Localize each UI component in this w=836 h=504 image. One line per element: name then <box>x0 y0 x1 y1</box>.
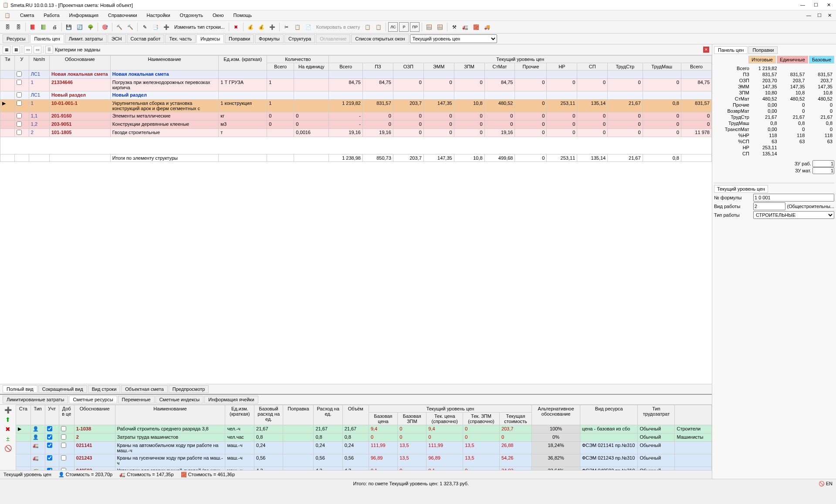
bh-tc[interactable]: Тек. цена (справочно) <box>426 413 463 425</box>
vb-formuly[interactable]: Формулы <box>255 34 284 43</box>
tb-brick-icon[interactable]: 🧱 <box>471 22 481 32</box>
tb-truck1-icon[interactable]: 🚛 <box>460 22 470 32</box>
bh-dob[interactable]: Доб в це <box>59 405 74 425</box>
crit-btn4[interactable]: ▭ <box>34 46 41 54</box>
tb-add-icon[interactable]: ➕ <box>162 22 171 32</box>
vt-full[interactable]: Полный вид <box>3 385 37 393</box>
resource-row[interactable]: ▶👤1-1038Рабочий строитель среднего разря… <box>16 425 712 433</box>
th-ti[interactable]: Ти <box>0 56 15 71</box>
tb-hammer1-icon[interactable]: 🔨 <box>115 22 124 32</box>
tb-target-icon[interactable]: 🎯 <box>100 22 110 32</box>
rp-tek-tab[interactable]: Текущий уровень цен <box>714 185 768 193</box>
th-qty-vsego[interactable]: Всего <box>267 63 294 71</box>
vb-tech[interactable]: Тех. часть <box>165 34 196 43</box>
close-button[interactable]: ✕ <box>824 1 833 9</box>
th-qty[interactable]: Количество <box>267 56 329 63</box>
th-p-pz[interactable]: ПЗ <box>362 63 393 71</box>
tb-copy-to[interactable]: Копировать в смету <box>315 24 362 30</box>
main-grid[interactable]: Ти У №п/п Обоснование Наименование Ед.из… <box>0 55 712 384</box>
crit-btn1[interactable]: ▦ <box>3 46 10 54</box>
menu-okno[interactable]: Окно <box>211 11 226 20</box>
th-p-stmat[interactable]: СтМат <box>484 63 515 71</box>
tb-truck2-icon[interactable]: 🚚 <box>482 22 492 32</box>
th-p-proch[interactable]: Прочие <box>515 63 547 71</box>
bb-add-icon[interactable]: ➕ <box>3 406 12 414</box>
criteria-close[interactable]: ✕ <box>703 47 709 53</box>
resource-row[interactable]: 🚛040502Установки для сварки ручной дугов… <box>16 467 712 470</box>
th-p-emm[interactable]: ЭММ <box>423 63 454 71</box>
tb-r-icon[interactable]: Р <box>399 22 409 32</box>
vb-price-panel[interactable]: Панель цен <box>30 34 64 43</box>
bh-rasx[interactable]: Расход на ед. <box>314 405 342 425</box>
mdi-min[interactable]: — <box>805 11 813 20</box>
resource-row[interactable]: 👤2Затраты труда машинистовчел.час0,80,80… <box>16 433 712 442</box>
th-p-zpm[interactable]: ЗПМ <box>454 63 484 71</box>
bh-popr[interactable]: Поправка <box>283 405 314 425</box>
tb-edit-icon[interactable]: ✎ <box>140 22 149 32</box>
bt-limit[interactable]: Лимитированные затраты <box>3 396 68 403</box>
th-tek[interactable]: Текущий уровень цен <box>329 56 712 63</box>
bh-bras[interactable]: Базовый расход на ед. <box>254 405 283 425</box>
bh-obos[interactable]: Обоснование <box>74 405 115 425</box>
resource-row[interactable]: 🚛021243Краны на гусеничном ходу при рабо… <box>16 454 712 467</box>
table-row[interactable]: ЛС1Новый разделНовый раздел <box>0 91 712 100</box>
vb-struktura[interactable]: Структура <box>284 34 315 43</box>
bh-obj[interactable]: Объём <box>342 405 369 425</box>
bb-forbid-icon[interactable]: 🚫 <box>3 444 12 453</box>
vt-short[interactable]: Сокращенный вид <box>38 385 87 393</box>
vb-level-select[interactable]: Текущий уровень цен <box>410 34 497 43</box>
th-name[interactable]: Наименование <box>110 56 219 71</box>
rp-zu-mat[interactable] <box>812 167 834 174</box>
table-row[interactable]: 2101-1805Гвозди строительныет0,001619,16… <box>0 129 712 137</box>
bh-tip[interactable]: Тип <box>30 405 45 425</box>
bt-resources[interactable]: Сметные ресурсы <box>69 396 117 403</box>
bb-del-icon[interactable]: ✖ <box>3 425 12 433</box>
table-row[interactable]: 1,2203-9051Конструкции деревянные клеены… <box>0 121 712 129</box>
bh-ts[interactable]: Текущая стоимость <box>499 413 531 425</box>
th-p-vsego2[interactable]: Всего <box>681 63 711 71</box>
tb-coins2-icon[interactable]: 💰 <box>257 22 266 32</box>
tb-win2-icon[interactable]: 🪟 <box>435 22 445 32</box>
menu-sprav[interactable]: Справочники <box>106 11 139 20</box>
tb-db1-icon[interactable]: 🗄 <box>3 22 12 32</box>
tb-change-type[interactable]: Изменить тип строки... <box>173 24 227 30</box>
app-menu-icon[interactable]: 📋 <box>3 11 12 20</box>
rp-zu-rab[interactable] <box>812 160 834 167</box>
menu-otdoh[interactable]: Отдохнуть <box>178 11 205 20</box>
tb-ls-icon[interactable]: ЛС <box>388 22 398 32</box>
tb-tool1-icon[interactable]: ⚒ <box>450 22 459 32</box>
th-u[interactable]: У <box>15 56 29 71</box>
resource-row[interactable]: 🚛021141Краны на автомобильном ходу при р… <box>16 442 712 454</box>
rp-vid[interactable] <box>753 202 785 210</box>
table-row[interactable]: ЛС1Новая локальная сметаНовая локальная … <box>0 71 712 79</box>
bh-proc[interactable]: Альтернативное обоснование <box>532 405 580 425</box>
tb-excel-icon[interactable]: 📗 <box>39 22 48 32</box>
tb-hammer2-icon[interactable]: 🔨 <box>125 22 135 32</box>
vt-obj[interactable]: Объектная смета <box>121 385 168 393</box>
tb-pdf-icon[interactable]: 📕 <box>28 22 37 32</box>
tb-win1-icon[interactable]: 🪟 <box>424 22 434 32</box>
vb-windows[interactable]: Список открытых окон <box>351 34 409 43</box>
tb-delete-icon[interactable]: ✖ <box>231 22 241 32</box>
rp-sub-itog[interactable]: Итоговые <box>748 56 776 64</box>
rp-tip[interactable]: СТРОИТЕЛЬНЫЕ <box>753 211 834 219</box>
th-p-sp[interactable]: СП <box>577 63 608 71</box>
th-num[interactable]: №п/п <box>29 56 49 71</box>
bh-tek[interactable]: Текущий уровень цен <box>369 405 531 413</box>
tb-print-icon[interactable]: 🖨 <box>50 22 59 32</box>
vb-esn[interactable]: ЭСН <box>108 34 126 43</box>
bh-tz[interactable]: Тек. ЗПМ (справочно) <box>463 413 500 425</box>
bb-up-icon[interactable]: ⬆ <box>3 415 12 424</box>
rp-sub-baz[interactable]: Базовые <box>809 56 834 64</box>
tb-cut-icon[interactable]: ✂ <box>282 22 291 32</box>
maximize-button[interactable]: ☐ <box>811 1 821 9</box>
bh-tipt[interactable] <box>675 405 712 425</box>
th-ed[interactable]: Ед.изм. (краткая) <box>219 56 267 71</box>
bh-ed[interactable]: Ед.изм. (краткая) <box>225 405 254 425</box>
bt-indexes[interactable]: Сметные индексы <box>156 396 204 403</box>
vb-popravki[interactable]: Поправки <box>225 34 254 43</box>
th-p-vsego[interactable]: Всего <box>329 63 363 71</box>
rp-sub-ed[interactable]: Единичные <box>777 56 808 64</box>
menu-nastr[interactable]: Настройки <box>145 11 172 20</box>
table-row[interactable]: 1,1201-9160Элементы металлическиекг00-00… <box>0 112 712 121</box>
